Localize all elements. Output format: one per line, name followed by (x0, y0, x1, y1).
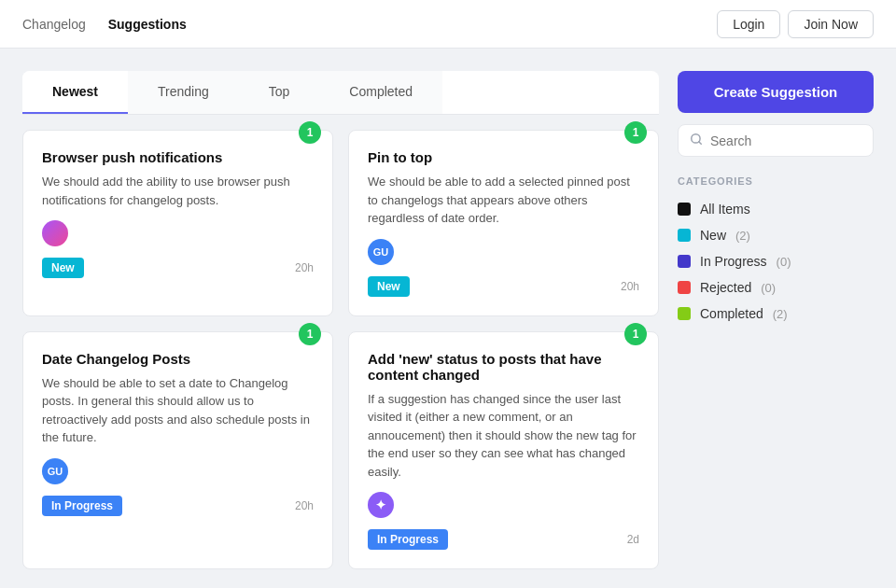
cat-rejected-count: (0) (761, 281, 776, 295)
card-1-footer: New 20h (42, 258, 314, 278)
dot-in-progress (678, 255, 691, 268)
cat-new-label: New (700, 228, 726, 243)
categories-label: CATEGORIES (678, 175, 874, 187)
login-button[interactable]: Login (717, 10, 780, 38)
tab-top[interactable]: Top (239, 71, 320, 114)
svg-line-1 (699, 142, 702, 145)
card-3-desc: We should be able to set a date to Chang… (42, 374, 314, 447)
card-4-footer: In Progress 2d (368, 529, 639, 550)
card-1-title: Browser push notifications (42, 149, 314, 165)
cat-completed-count: (2) (773, 307, 788, 321)
card-4-avatar: ✦ (368, 492, 394, 518)
cat-all-items-label: All Items (700, 202, 750, 217)
card-4-status: In Progress (368, 529, 448, 550)
card-1[interactable]: 1 Browser push notifications We should a… (22, 130, 333, 316)
cards-grid: 1 Browser push notifications We should a… (22, 130, 659, 569)
create-suggestion-button[interactable]: Create Suggestion (678, 71, 874, 113)
header-actions: Login Join Now (717, 10, 874, 38)
header-nav: Changelog Suggestions (22, 17, 717, 32)
card-2-badge: 1 (624, 121, 647, 144)
search-input[interactable] (710, 133, 874, 148)
card-3[interactable]: 1 Date Changelog Posts We should be able… (22, 331, 333, 570)
dot-rejected (678, 281, 691, 294)
card-3-title: Date Changelog Posts (42, 351, 314, 367)
category-all-items[interactable]: All Items (678, 196, 874, 222)
card-4-title: Add 'new' status to posts that have cont… (368, 351, 639, 383)
card-1-desc: We should add the ability to use browser… (42, 173, 314, 209)
sidebar: Create Suggestion CATEGORIES All Items N… (678, 71, 874, 569)
cat-rejected-label: Rejected (700, 280, 751, 295)
card-3-avatar: GU (42, 458, 68, 484)
card-2-desc: We should be able to add a selected pinn… (368, 173, 639, 228)
card-2[interactable]: 1 Pin to top We should be able to add a … (348, 130, 659, 316)
card-2-time: 20h (621, 280, 639, 293)
search-box (678, 124, 874, 157)
dot-completed (678, 307, 691, 320)
card-2-status: New (368, 276, 410, 297)
card-4[interactable]: 1 Add 'new' status to posts that have co… (348, 331, 659, 570)
card-2-avatar: GU (368, 239, 394, 265)
card-1-time: 20h (295, 261, 314, 274)
content-area: Newest Trending Top Completed 1 Browser … (22, 71, 659, 569)
card-2-title: Pin to top (368, 149, 639, 165)
header: Changelog Suggestions Login Join Now (0, 0, 896, 49)
main-layout: Newest Trending Top Completed 1 Browser … (0, 49, 896, 588)
card-1-avatar (42, 220, 68, 246)
card-4-badge: 1 (624, 323, 647, 345)
cat-completed-label: Completed (700, 306, 763, 321)
tab-trending[interactable]: Trending (128, 71, 239, 114)
tabs-bar: Newest Trending Top Completed (22, 71, 659, 115)
category-in-progress[interactable]: In Progress (0) (678, 248, 874, 274)
dot-new (678, 229, 691, 242)
card-1-status: New (42, 258, 84, 278)
card-3-time: 20h (295, 499, 314, 512)
cat-in-progress-count: (0) (777, 255, 791, 269)
card-1-badge: 1 (299, 121, 321, 144)
card-4-time: 2d (627, 533, 639, 546)
nav-suggestions[interactable]: Suggestions (108, 17, 187, 32)
category-rejected[interactable]: Rejected (0) (678, 274, 874, 301)
card-3-footer: In Progress 20h (42, 496, 314, 516)
search-icon (690, 133, 703, 148)
category-new[interactable]: New (2) (678, 222, 874, 248)
cat-in-progress-label: In Progress (700, 254, 767, 269)
card-3-status: In Progress (42, 496, 122, 516)
card-3-badge: 1 (299, 323, 321, 345)
join-button[interactable]: Join Now (788, 10, 874, 38)
tab-completed[interactable]: Completed (319, 71, 442, 114)
card-4-desc: If a suggestion has changed since the us… (368, 390, 639, 482)
cat-new-count: (2) (735, 229, 750, 243)
nav-changelog[interactable]: Changelog (22, 17, 86, 32)
category-completed[interactable]: Completed (2) (678, 301, 874, 327)
tab-newest[interactable]: Newest (22, 71, 128, 114)
card-2-footer: New 20h (368, 276, 639, 297)
dot-all-items (678, 203, 691, 216)
